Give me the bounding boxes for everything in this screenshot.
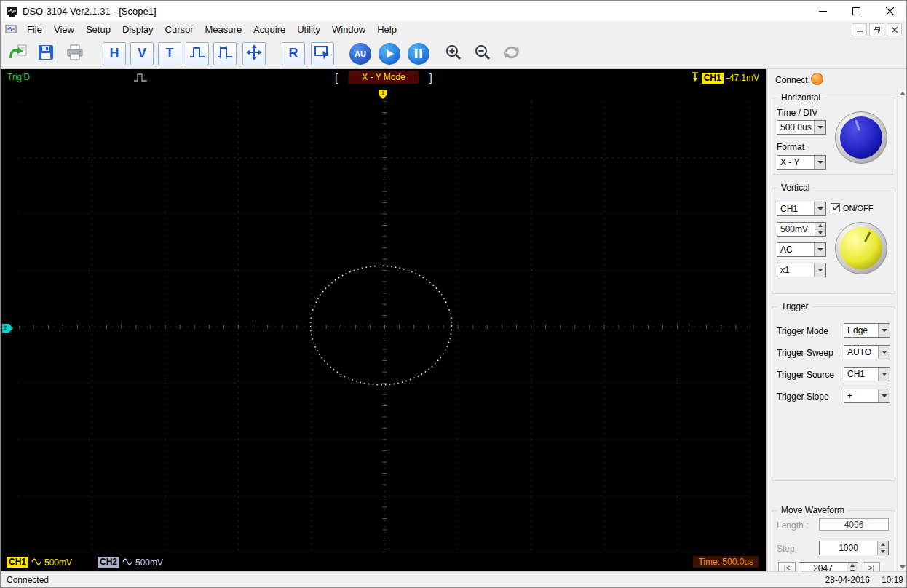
app-icon — [6, 6, 18, 17]
time-div-select[interactable]: 500.0us — [777, 120, 826, 135]
trigger-source-select[interactable]: CH1 — [844, 367, 890, 381]
menu-item-window[interactable]: Window — [326, 22, 371, 38]
scroll-up-icon[interactable] — [898, 88, 907, 99]
mdi-restore-button[interactable] — [869, 23, 884, 36]
chevron-down-icon — [878, 324, 890, 337]
horizontal-settings-button[interactable]: H — [103, 42, 126, 65]
pause-button[interactable] — [407, 42, 430, 65]
trigger-settings-label: T — [166, 46, 174, 61]
menu-item-utility[interactable]: Utility — [291, 22, 326, 38]
spin-up-icon — [878, 541, 888, 549]
mdi-close-button[interactable] — [887, 23, 902, 36]
graticule-area — [19, 101, 750, 552]
pause-icon — [408, 43, 429, 65]
menu-item-cursor[interactable]: Cursor — [159, 22, 199, 38]
menu-item-display[interactable]: Display — [116, 22, 159, 38]
move-arrows-icon — [246, 44, 262, 63]
coupling-select[interactable]: AC — [777, 242, 826, 257]
horizontal-group-title: Horizontal — [778, 92, 823, 103]
maximize-button[interactable] — [839, 1, 873, 21]
horizontal-knob[interactable] — [835, 111, 887, 164]
menu-item-file[interactable]: File — [21, 22, 48, 38]
square-wave-button[interactable] — [186, 42, 209, 65]
connect-indicator[interactable] — [811, 73, 823, 85]
mode-right-bracket: ] — [429, 71, 432, 84]
trigger-position-marker[interactable]: 1 — [379, 90, 387, 99]
probe-select[interactable]: x1 — [777, 263, 826, 277]
trigger-settings-button[interactable]: T — [158, 42, 181, 65]
mdi-minimize-button[interactable] — [852, 23, 867, 36]
title-bar: DSO-3104 Ver2.1.31 - [Scope1] — [1, 1, 906, 21]
trigger-group-title: Trigger — [778, 301, 812, 311]
menu-item-measure[interactable]: Measure — [199, 22, 248, 38]
ch2-coupling-icon — [122, 557, 132, 568]
trigger-mode-label: Trigger Mode — [777, 326, 828, 336]
vertical-settings-button[interactable]: V — [130, 42, 154, 65]
refresh-button[interactable] — [500, 42, 523, 65]
mdi-controls — [852, 23, 902, 36]
toolbar: H V T R AU — [1, 39, 906, 69]
mode-left-bracket: [ — [335, 71, 338, 84]
start-button[interactable] — [378, 42, 401, 65]
format-label: Format — [777, 142, 804, 152]
save-button[interactable] — [34, 42, 58, 65]
record-label: R — [289, 46, 298, 61]
spinner-buttons[interactable] — [877, 541, 888, 555]
menu-item-setup[interactable]: Setup — [80, 22, 116, 38]
autoset-button[interactable]: AU — [349, 42, 372, 65]
main-content: Trig'D [ X - Y Mode ] CH1 -47.1mV 1 2 — [1, 69, 907, 573]
trigger-sweep-select[interactable]: AUTO — [844, 345, 890, 359]
horizontal-settings-label: H — [110, 46, 119, 61]
length-label: Length : — [777, 520, 808, 531]
menu-item-help[interactable]: Help — [371, 22, 403, 38]
channel-select[interactable]: CH1 — [777, 202, 826, 216]
scope-display: Trig'D [ X - Y Mode ] CH1 -47.1mV 1 2 — [1, 69, 766, 573]
chevron-down-icon — [814, 243, 825, 256]
chevron-down-icon — [814, 202, 825, 215]
zoom-out-button[interactable] — [471, 42, 494, 65]
zoom-out-icon — [474, 44, 491, 64]
control-panel: Connect: Horizontal Time / DIV 500.0us F… — [766, 69, 907, 573]
vertical-group-title: Vertical — [778, 183, 812, 193]
step-label: Step — [777, 544, 795, 554]
connection-status: Connected — [1, 575, 49, 585]
panel-scrollbar[interactable] — [897, 88, 907, 573]
autoset-icon: AU — [349, 43, 371, 65]
print-button[interactable] — [63, 42, 87, 65]
ch1-badge: CH1 — [7, 557, 28, 568]
record-button[interactable]: R — [282, 42, 305, 65]
ch2-level-marker[interactable]: 2 — [2, 324, 13, 333]
timebase-readout: Time: 500.0us — [693, 556, 759, 568]
step-spinner[interactable]: 1000 — [819, 541, 889, 555]
trigger-slope-select[interactable]: + — [844, 389, 890, 403]
close-button[interactable] — [873, 1, 906, 21]
ch2-badge: CH2 — [98, 557, 119, 568]
refresh-icon — [502, 44, 522, 64]
menu-bar: File View Setup Display Cursor Measure A… — [1, 21, 906, 39]
vertical-knob[interactable] — [835, 222, 887, 274]
vertical-group: Vertical CH1 ON/OFF 500mV AC — [772, 188, 895, 294]
trigger-source-label: Trigger Source — [777, 370, 834, 380]
zoom-in-button[interactable] — [442, 42, 465, 65]
chevron-down-icon — [814, 263, 825, 277]
print-icon — [66, 44, 84, 64]
move-waveform-title: Move Waveform — [778, 505, 847, 515]
format-select[interactable]: X - Y — [777, 155, 826, 170]
time-div-label: Time / DIV — [777, 108, 817, 118]
channel-onoff-checkbox[interactable] — [831, 203, 840, 212]
chevron-down-icon — [878, 389, 890, 402]
move-waveform-button[interactable] — [242, 42, 266, 65]
trigger-mode-select[interactable]: Edge — [844, 323, 890, 338]
cursor-measure-button[interactable] — [311, 42, 334, 65]
menu-item-acquire[interactable]: Acquire — [247, 22, 291, 38]
spin-down-icon — [878, 549, 888, 555]
mode-label: X - Y Mode — [349, 71, 419, 84]
minimize-button[interactable] — [806, 1, 839, 21]
pulse-measure-button[interactable] — [213, 42, 237, 65]
volts-div-spinner[interactable]: 500mV — [777, 222, 826, 237]
trigger-level-value: -47.1mV — [726, 73, 759, 83]
ch2-scale: 500mV — [135, 557, 163, 568]
menu-item-view[interactable]: View — [48, 22, 80, 38]
spinner-buttons[interactable] — [815, 223, 825, 236]
open-button[interactable] — [7, 42, 30, 65]
